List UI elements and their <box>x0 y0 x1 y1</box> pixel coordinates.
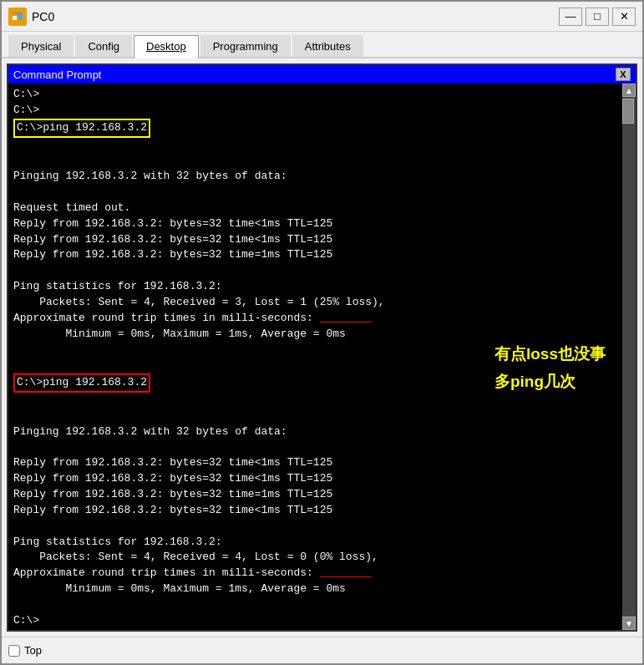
app-icon <box>8 8 27 26</box>
top-checkbox-label: Top <box>24 644 42 657</box>
red-underline-2 <box>320 566 372 579</box>
ping-cmd-1: C:\>ping 192.168.3.2 <box>13 119 150 138</box>
scroll-track <box>622 97 636 617</box>
cmd-title-text: Command Prompt <box>13 69 101 81</box>
prompt-line2: C:\> <box>13 104 39 116</box>
ping-output-1: Pinging 192.168.3.2 with 32 bytes of dat… <box>13 170 385 339</box>
top-checkbox-area: Top <box>8 644 42 657</box>
prompt-line1: C:\> <box>13 88 39 100</box>
tab-desktop[interactable]: Desktop <box>134 35 199 58</box>
window-controls: — □ ✕ <box>559 8 636 26</box>
cmd-title-bar: Command Prompt X <box>8 65 636 84</box>
cmd-output: C:\> C:\> C:\>ping 192.168.3.2 Pinging 1… <box>13 87 617 629</box>
close-button[interactable]: ✕ <box>612 8 636 26</box>
bottom-bar: Top <box>2 637 642 663</box>
tab-bar: Physical Config Desktop Programming Attr… <box>2 32 642 58</box>
cmd-body-container: C:\> C:\> C:\>ping 192.168.3.2 Pinging 1… <box>8 84 636 630</box>
tab-attributes[interactable]: Attributes <box>292 35 363 57</box>
svg-rect-1 <box>13 16 17 20</box>
cmd-body[interactable]: C:\> C:\> C:\>ping 192.168.3.2 Pinging 1… <box>8 84 622 630</box>
tab-programming[interactable]: Programming <box>200 35 291 57</box>
tab-physical[interactable]: Physical <box>8 35 74 57</box>
window-title: PC0 <box>32 10 559 23</box>
scroll-thumb[interactable] <box>622 99 634 124</box>
maximize-button[interactable]: □ <box>586 8 609 26</box>
cmd-close-button[interactable]: X <box>616 68 631 81</box>
scrollbar[interactable]: ▲ ▼ <box>622 84 636 630</box>
ping-cmd-2: C:\>ping 192.168.3.2 <box>13 373 150 393</box>
tab-config[interactable]: Config <box>75 35 132 57</box>
top-checkbox[interactable] <box>8 645 20 657</box>
scroll-up-button[interactable]: ▲ <box>622 84 636 97</box>
red-underline-1 <box>320 312 372 324</box>
cmd-scroll-container: C:\> C:\> C:\>ping 192.168.3.2 Pinging 1… <box>8 84 622 630</box>
svg-rect-3 <box>13 12 23 15</box>
minimize-button[interactable]: — <box>559 8 582 26</box>
main-window: PC0 — □ ✕ Physical Config Desktop Progra… <box>0 0 644 665</box>
cmd-window: Command Prompt X C:\> C:\> C:\>ping 192.… <box>7 63 637 632</box>
main-content: Command Prompt X C:\> C:\> C:\>ping 192.… <box>2 58 642 637</box>
ping-output-2: Pinging 192.168.3.2 with 32 bytes of dat… <box>13 425 378 627</box>
scroll-down-button[interactable]: ▼ <box>622 617 636 630</box>
title-bar: PC0 — □ ✕ <box>2 2 642 32</box>
